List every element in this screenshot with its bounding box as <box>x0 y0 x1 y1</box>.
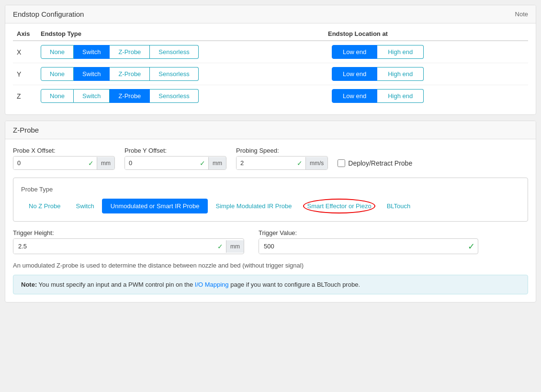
trigger-value-check-icon: ✓ <box>465 241 478 252</box>
location-btn-z-low-end[interactable]: Low end <box>332 89 377 103</box>
type-btn-z-sensorless[interactable]: Sensorless <box>150 89 198 103</box>
note-io-mapping-link[interactable]: I/O Mapping <box>195 281 229 288</box>
type-btn-x-z-probe[interactable]: Z-Probe <box>110 45 150 59</box>
type-btn-z-none[interactable]: None <box>41 89 74 103</box>
endstop-card: Endstop Configuration Note Axis Endstop … <box>5 5 536 115</box>
note-link[interactable]: Note <box>515 11 528 18</box>
zprobe-card: Z-Probe Probe X Offset: ✓ mm Probe Y Off… <box>5 121 536 302</box>
location-cell-z: Low endHigh end <box>324 85 528 107</box>
axis-label-y: Y <box>13 63 37 85</box>
type-btn-z-z-probe[interactable]: Z-Probe <box>110 89 150 103</box>
location-btn-y-low-end[interactable]: Low end <box>332 67 377 81</box>
probe-x-offset-label: Probe X Offset: <box>13 147 115 154</box>
type-btn-y-switch[interactable]: Switch <box>74 67 110 81</box>
deploy-retract-group: Deploy/Retract Probe <box>338 159 412 167</box>
trigger-height-input-wrap: ✓ mm <box>13 238 244 254</box>
type-btn-x-switch[interactable]: Switch <box>74 45 110 59</box>
probing-speed-unit: mm/s <box>305 157 327 169</box>
trigger-height-label: Trigger Height: <box>13 229 244 236</box>
endstop-table: Axis Endstop Type Endstop Location at XN… <box>13 27 528 107</box>
probe-x-offset-group: Probe X Offset: ✓ mm <box>13 147 115 170</box>
probe-y-offset-input[interactable] <box>125 157 197 169</box>
probe-type-box: Probe Type No Z Probe Switch Unmodulated… <box>13 178 528 222</box>
type-btn-y-none[interactable]: None <box>41 67 74 81</box>
deploy-retract-checkbox[interactable] <box>338 159 345 167</box>
probe-y-offset-label: Probe Y Offset: <box>124 147 226 154</box>
probing-speed-input-wrap: ✓ mm/s <box>236 156 328 170</box>
trigger-height-group: Trigger Height: ✓ mm <box>13 229 244 254</box>
header-location: Endstop Location at <box>324 27 528 41</box>
probe-type-simple-modulated[interactable]: Simple Modulated IR Probe <box>208 199 299 213</box>
type-btn-z-switch[interactable]: Switch <box>74 89 110 103</box>
zprobe-title: Z-Probe <box>5 121 536 139</box>
probe-x-unit: mm <box>97 157 114 169</box>
probe-y-check-icon: ✓ <box>197 159 208 167</box>
probe-y-offset-group: Probe Y Offset: ✓ mm <box>124 147 226 170</box>
probing-speed-group: Probing Speed: ✓ mm/s <box>236 147 328 170</box>
endstop-row-y: YNoneSwitchZ-ProbeSensorlessLow endHigh … <box>13 63 528 85</box>
probe-y-offset-input-wrap: ✓ mm <box>124 156 226 170</box>
location-btn-x-low-end[interactable]: Low end <box>332 45 377 59</box>
deploy-retract-label[interactable]: Deploy/Retract Probe <box>348 159 412 167</box>
probe-type-unmodulated[interactable]: Unmodulated or Smart IR Probe <box>102 199 208 213</box>
zprobe-body: Probe X Offset: ✓ mm Probe Y Offset: ✓ m… <box>5 139 536 302</box>
probe-type-btn-group: No Z Probe Switch Unmodulated or Smart I… <box>21 199 520 213</box>
probe-type-smart-effector[interactable]: Smart Effector or Piezo <box>299 199 379 213</box>
type-cell-x: NoneSwitchZ-ProbeSensorless <box>37 41 324 63</box>
probe-type-no-z-probe[interactable]: No Z Probe <box>21 199 68 213</box>
type-btn-x-sensorless[interactable]: Sensorless <box>150 45 198 59</box>
probe-type-switch[interactable]: Switch <box>68 199 101 213</box>
header-type: Endstop Type <box>37 27 324 41</box>
endstop-row-z: ZNoneSwitchZ-ProbeSensorlessLow endHigh … <box>13 85 528 107</box>
header-axis: Axis <box>13 27 37 41</box>
probe-x-offset-input[interactable] <box>13 157 85 169</box>
endstop-body: Axis Endstop Type Endstop Location at XN… <box>5 23 536 114</box>
trigger-height-check-icon: ✓ <box>214 243 226 250</box>
endstop-title: Endstop Configuration <box>13 10 84 18</box>
note-text: You must specify an input and a PWM cont… <box>39 281 195 288</box>
trigger-value-group: Trigger Value: ✓ <box>259 229 478 254</box>
location-cell-y: Low endHigh end <box>324 63 528 85</box>
endstop-card-header: Endstop Configuration Note <box>5 5 536 23</box>
trigger-value-input[interactable] <box>259 239 465 254</box>
location-btn-x-high-end[interactable]: High end <box>377 45 424 59</box>
location-btn-z-high-end[interactable]: High end <box>377 89 424 103</box>
probing-speed-input[interactable] <box>237 157 294 169</box>
type-cell-z: NoneSwitchZ-ProbeSensorless <box>37 85 324 107</box>
probe-description: An umodulated Z-probe is used to determi… <box>13 262 528 269</box>
trigger-row: Trigger Height: ✓ mm Trigger Value: ✓ <box>13 229 528 254</box>
note-box: Note: You must specify an input and a PW… <box>13 275 528 294</box>
probe-x-check-icon: ✓ <box>85 159 97 167</box>
trigger-value-label: Trigger Value: <box>259 229 478 236</box>
offsets-row: Probe X Offset: ✓ mm Probe Y Offset: ✓ m… <box>13 147 528 170</box>
note-text2: page if you want to configure a BLTouch … <box>230 281 360 288</box>
location-btn-y-high-end[interactable]: High end <box>377 67 424 81</box>
probe-type-title: Probe Type <box>21 186 520 193</box>
trigger-height-input[interactable] <box>13 239 214 254</box>
probe-type-bltouch[interactable]: BLTouch <box>379 199 418 213</box>
endstop-row-x: XNoneSwitchZ-ProbeSensorlessLow endHigh … <box>13 41 528 63</box>
type-cell-y: NoneSwitchZ-ProbeSensorless <box>37 63 324 85</box>
axis-label-x: X <box>13 41 37 63</box>
probing-speed-check-icon: ✓ <box>294 159 305 167</box>
trigger-value-input-wrap: ✓ <box>259 238 478 254</box>
smart-effector-circle: Smart Effector or Piezo <box>307 202 371 210</box>
probe-y-unit: mm <box>208 157 226 169</box>
axis-label-z: Z <box>13 85 37 107</box>
type-btn-y-sensorless[interactable]: Sensorless <box>150 67 198 81</box>
type-btn-y-z-probe[interactable]: Z-Probe <box>110 67 150 81</box>
probing-speed-label: Probing Speed: <box>236 147 328 154</box>
probe-x-offset-input-wrap: ✓ mm <box>13 156 115 170</box>
note-bold: Note: <box>21 281 37 288</box>
type-btn-x-none[interactable]: None <box>41 45 74 59</box>
trigger-height-unit: mm <box>226 240 244 253</box>
location-cell-x: Low endHigh end <box>324 41 528 63</box>
